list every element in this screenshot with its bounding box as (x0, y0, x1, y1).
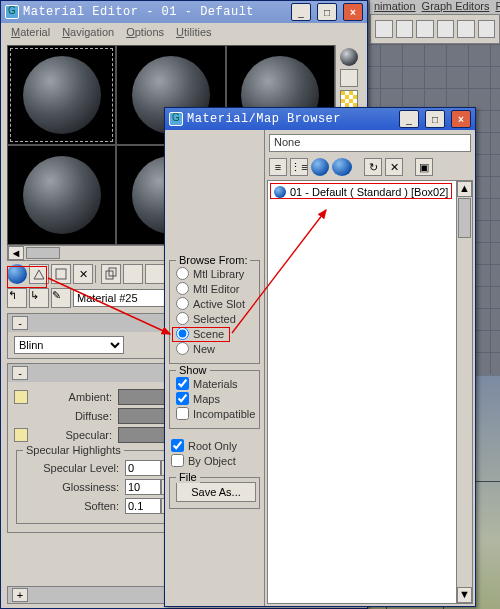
assign-to-selection-button[interactable] (51, 264, 71, 284)
material-editor-menubar[interactable]: Material Navigation Options Utilities (1, 23, 367, 41)
view-large-icons-button[interactable] (332, 158, 352, 176)
eyedropper-icon: ✎ (52, 289, 61, 301)
browser-left-panel: Browse From: Mtl Library Mtl Editor Acti… (165, 130, 265, 606)
selection-caption: None (269, 134, 471, 152)
material-slot-1[interactable] (7, 45, 116, 145)
view-list-icons-button[interactable]: ⋮≡ (290, 158, 308, 176)
browser-titlebar[interactable]: Material/Map Browser _ □ × (165, 108, 475, 130)
reset-map-button[interactable]: ✕ (73, 264, 93, 284)
maximize-button[interactable]: □ (425, 110, 445, 128)
specular-level-label: Specular Level: (23, 462, 119, 474)
menu-material[interactable]: Material (7, 25, 54, 39)
go-parent-button[interactable]: ↰ (7, 288, 27, 308)
window-title: Material/Map Browser (187, 112, 393, 126)
show-group: Show Materials Maps Incompatible (169, 370, 260, 429)
ambient-lock-icon[interactable] (14, 390, 28, 404)
svg-rect-0 (56, 269, 66, 279)
put-to-scene-button[interactable] (29, 264, 49, 284)
material-map-browser-window: Material/Map Browser _ □ × Browse From: … (164, 107, 476, 607)
radio-mtl-library[interactable]: Mtl Library (176, 267, 253, 280)
expand-icon[interactable]: + (12, 588, 28, 602)
glossiness-label: Glossiness: (23, 481, 119, 493)
sample-backlight-icon[interactable] (340, 69, 358, 87)
browser-right-panel: None ≡ ⋮≡ ↻ ✕ ▣ 01 - Default ( Standard … (265, 130, 475, 606)
close-button[interactable]: × (451, 110, 471, 128)
check-by-object[interactable]: By Object (171, 454, 258, 467)
app-icon (169, 112, 183, 126)
make-copy-button[interactable] (101, 264, 121, 284)
radio-scene[interactable]: Scene (176, 327, 253, 340)
collapse-icon[interactable]: - (12, 316, 28, 330)
browser-toolbar: ≡ ⋮≡ ↻ ✕ ▣ (269, 156, 471, 178)
get-material-button[interactable] (7, 264, 27, 284)
soften-label: Soften: (23, 500, 119, 512)
view-list-button[interactable]: ≡ (269, 158, 287, 176)
minimize-button[interactable]: _ (399, 110, 419, 128)
menu-utilities[interactable]: Utilities (172, 25, 215, 39)
specular-label: Specular: (34, 429, 112, 441)
host-app-menu: nimationGraph EditorsR (370, 0, 500, 14)
check-root-only[interactable]: Root Only (171, 439, 258, 452)
diffuse-label: Diffuse: (34, 410, 112, 422)
radio-active-slot[interactable]: Active Slot (176, 297, 253, 310)
window-title: Material Editor - 01 - Default (23, 5, 285, 19)
sample-checkerbg-icon[interactable] (340, 90, 358, 108)
material-editor-titlebar[interactable]: Material Editor - 01 - Default _ □ × (1, 1, 367, 23)
clear-library-button[interactable]: ▣ (415, 158, 433, 176)
material-slot-4[interactable] (7, 145, 116, 245)
menu-navigation[interactable]: Navigation (58, 25, 118, 39)
go-sibling-button[interactable]: ↳ (29, 288, 49, 308)
close-button[interactable]: × (343, 3, 363, 21)
soften-input[interactable] (125, 498, 161, 514)
list-scrollbar[interactable]: ▲ ▼ (456, 181, 472, 603)
host-app-toolbar (370, 14, 500, 44)
shader-select[interactable]: Blinn (14, 336, 124, 354)
specular-level-input[interactable] (125, 460, 161, 476)
glossiness-input[interactable] (125, 479, 161, 495)
root-by-group: Root Only By Object (169, 435, 260, 471)
make-unique-button[interactable] (123, 264, 143, 284)
maximize-button[interactable]: □ (317, 3, 337, 21)
put-to-library-button[interactable] (145, 264, 165, 284)
check-materials[interactable]: Materials (176, 377, 253, 390)
pick-material-button[interactable]: ✎ (51, 288, 71, 308)
radio-selected[interactable]: Selected (176, 312, 253, 325)
minimize-button[interactable]: _ (291, 3, 311, 21)
scroll-thumb[interactable] (26, 247, 60, 259)
group-legend: File (176, 471, 200, 483)
scroll-down-icon[interactable]: ▼ (457, 587, 472, 603)
arrow-up-icon: ↰ (8, 289, 17, 301)
collapse-icon[interactable]: - (12, 366, 28, 380)
radio-new[interactable]: New (176, 342, 253, 355)
check-incompatible[interactable]: Incompatible (176, 407, 253, 420)
save-as-button[interactable]: Save As... (176, 482, 256, 502)
browser-list[interactable]: 01 - Default ( Standard ) [Box02] ▲ ▼ (267, 180, 473, 604)
arrow-right-icon: ↳ (30, 289, 39, 301)
app-icon (5, 5, 19, 19)
sample-sphere-icon[interactable] (340, 48, 358, 66)
specular-lock-icon[interactable] (14, 428, 28, 442)
group-legend: Specular Highlights (23, 444, 124, 456)
annotation-highlight (270, 183, 452, 199)
check-maps[interactable]: Maps (176, 392, 253, 405)
update-scene-button[interactable]: ↻ (364, 158, 382, 176)
delete-from-lib-button[interactable]: ✕ (385, 158, 403, 176)
group-legend: Show (176, 364, 210, 376)
scroll-thumb[interactable] (458, 198, 471, 238)
file-group: File Save As... (169, 477, 260, 509)
scroll-left-icon[interactable]: ◄ (8, 246, 24, 260)
menu-options[interactable]: Options (122, 25, 168, 39)
delete-icon: ✕ (79, 268, 88, 281)
ambient-label: Ambient: (34, 391, 112, 403)
group-legend: Browse From: (176, 254, 250, 266)
radio-mtl-editor[interactable]: Mtl Editor (176, 282, 253, 295)
browse-from-group: Browse From: Mtl Library Mtl Editor Acti… (169, 260, 260, 364)
scroll-up-icon[interactable]: ▲ (457, 181, 472, 197)
view-small-icons-button[interactable] (311, 158, 329, 176)
